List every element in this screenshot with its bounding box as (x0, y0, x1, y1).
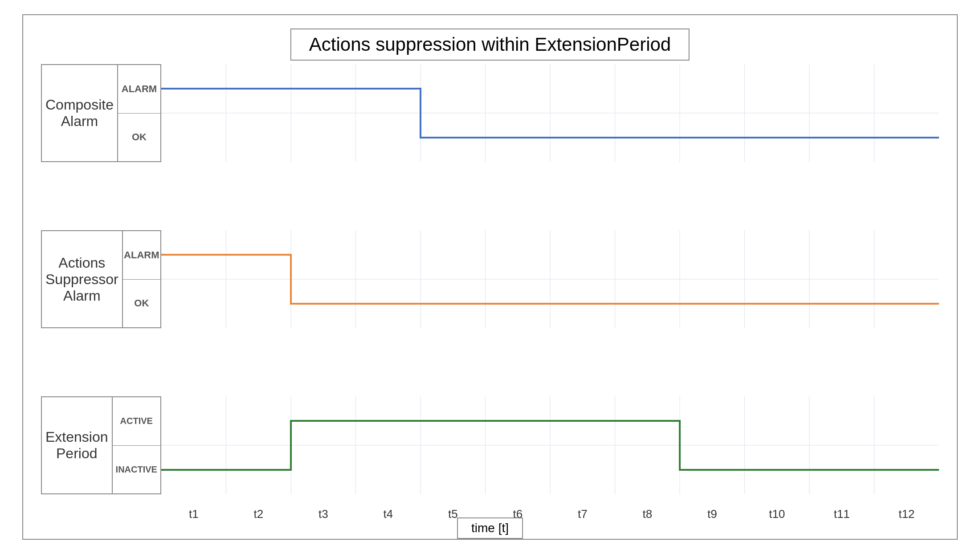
extension-period-title: ExtensionPeriod (42, 397, 112, 493)
actions-suppressor-svg (161, 230, 939, 328)
time-label: time [t] (457, 517, 523, 539)
tick-t3: t3 (291, 507, 356, 521)
extension-period-state-inactive: INACTIVE (113, 446, 160, 494)
tick-t9: t9 (680, 507, 745, 521)
tick-t7: t7 (550, 507, 615, 521)
composite-alarm-title: CompositeAlarm (42, 65, 117, 161)
composite-alarm-state-ok: OK (118, 114, 160, 162)
extension-period-state-active: ACTIVE (113, 397, 160, 446)
extension-period-label-box: ExtensionPeriod ACTIVE INACTIVE (41, 396, 161, 494)
actions-suppressor-title: ActionsSuppressorAlarm (42, 231, 122, 327)
row-panels: CompositeAlarm ALARM OK (41, 64, 939, 494)
extension-period-svg (161, 396, 939, 494)
tick-t4: t4 (356, 507, 421, 521)
tick-t8: t8 (615, 507, 680, 521)
extension-period-row: ExtensionPeriod ACTIVE INACTIVE (41, 396, 939, 494)
composite-alarm-state-alarm: ALARM (118, 65, 160, 114)
tick-t10: t10 (745, 507, 810, 521)
chart-title: Actions suppression within ExtensionPeri… (290, 29, 690, 61)
actions-suppressor-label-box: ActionsSuppressorAlarm ALARM OK (41, 230, 161, 328)
actions-suppressor-row: ActionsSuppressorAlarm ALARM OK (41, 230, 939, 328)
composite-alarm-svg (161, 64, 939, 162)
time-axis: t1 t2 t3 t4 t5 t6 t7 t8 t9 t10 t11 t12 (161, 507, 939, 521)
tick-t2: t2 (226, 507, 291, 521)
composite-alarm-row: CompositeAlarm ALARM OK (41, 64, 939, 162)
chart-container: Actions suppression within ExtensionPeri… (22, 14, 958, 540)
composite-alarm-chart (161, 64, 939, 162)
actions-suppressor-state-alarm: ALARM (123, 231, 160, 280)
composite-alarm-label-box: CompositeAlarm ALARM OK (41, 64, 161, 162)
actions-suppressor-chart (161, 230, 939, 328)
tick-t1: t1 (161, 507, 226, 521)
tick-t11: t11 (809, 507, 874, 521)
tick-t12: t12 (874, 507, 939, 521)
extension-period-chart (161, 396, 939, 494)
actions-suppressor-state-ok: OK (123, 280, 160, 328)
